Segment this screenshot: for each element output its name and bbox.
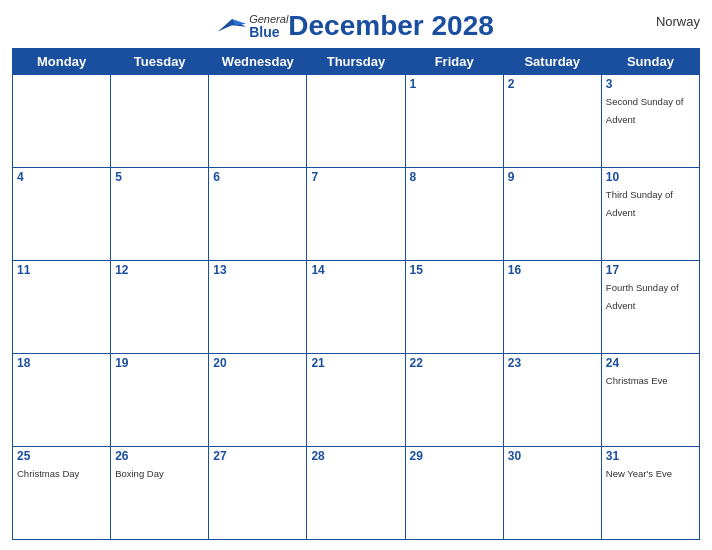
calendar-cell: 12: [111, 261, 209, 354]
calendar-header: MondayTuesdayWednesdayThursdayFridaySatu…: [13, 49, 700, 75]
day-number: 26: [115, 449, 204, 463]
calendar-cell: 18: [13, 354, 111, 447]
day-number: 30: [508, 449, 597, 463]
day-number: 5: [115, 170, 204, 184]
calendar-cell: 5: [111, 168, 209, 261]
day-number: 6: [213, 170, 302, 184]
day-number: 13: [213, 263, 302, 277]
day-number: 23: [508, 356, 597, 370]
calendar-cell: 23: [503, 354, 601, 447]
day-event: Boxing Day: [115, 468, 164, 479]
calendar-cell: 1: [405, 75, 503, 168]
weekday-header-row: MondayTuesdayWednesdayThursdayFridaySatu…: [13, 49, 700, 75]
weekday-header-saturday: Saturday: [503, 49, 601, 75]
calendar-cell: [307, 75, 405, 168]
calendar-cell: 2: [503, 75, 601, 168]
day-number: 15: [410, 263, 499, 277]
calendar-cell: 27: [209, 447, 307, 540]
calendar-cell: 15: [405, 261, 503, 354]
day-number: 7: [311, 170, 400, 184]
weekday-header-friday: Friday: [405, 49, 503, 75]
calendar-body: 123Second Sunday of Advent45678910Third …: [13, 75, 700, 540]
calendar-title: December 2028: [288, 10, 493, 42]
calendar-cell: 14: [307, 261, 405, 354]
general-blue-bird-icon: [218, 17, 246, 35]
day-number: 19: [115, 356, 204, 370]
day-number: 25: [17, 449, 106, 463]
calendar-cell: 21: [307, 354, 405, 447]
page: General Blue December 2028 Norway Monday…: [0, 0, 712, 550]
day-number: 2: [508, 77, 597, 91]
weekday-header-monday: Monday: [13, 49, 111, 75]
svg-marker-0: [218, 19, 246, 31]
calendar-cell: 13: [209, 261, 307, 354]
day-number: 20: [213, 356, 302, 370]
calendar-cell: 25Christmas Day: [13, 447, 111, 540]
calendar-cell: 31New Year's Eve: [601, 447, 699, 540]
weekday-header-tuesday: Tuesday: [111, 49, 209, 75]
day-number: 16: [508, 263, 597, 277]
calendar-cell: 11: [13, 261, 111, 354]
day-event: Second Sunday of Advent: [606, 96, 684, 125]
day-number: 24: [606, 356, 695, 370]
calendar-week-5: 25Christmas Day26Boxing Day2728293031New…: [13, 447, 700, 540]
header: General Blue December 2028 Norway: [12, 10, 700, 42]
calendar-cell: 16: [503, 261, 601, 354]
day-event: Christmas Day: [17, 468, 79, 479]
day-number: 8: [410, 170, 499, 184]
calendar-cell: 30: [503, 447, 601, 540]
day-number: 3: [606, 77, 695, 91]
calendar-cell: 10Third Sunday of Advent: [601, 168, 699, 261]
day-number: 27: [213, 449, 302, 463]
day-number: 31: [606, 449, 695, 463]
day-number: 4: [17, 170, 106, 184]
calendar-cell: 26Boxing Day: [111, 447, 209, 540]
logo-blue-text: Blue: [249, 25, 279, 39]
calendar-cell: 28: [307, 447, 405, 540]
calendar-week-4: 18192021222324Christmas Eve: [13, 354, 700, 447]
weekday-header-wednesday: Wednesday: [209, 49, 307, 75]
country-label: Norway: [656, 14, 700, 29]
calendar-cell: [209, 75, 307, 168]
calendar-cell: 3Second Sunday of Advent: [601, 75, 699, 168]
calendar-table: MondayTuesdayWednesdayThursdayFridaySatu…: [12, 48, 700, 540]
day-number: 1: [410, 77, 499, 91]
day-number: 12: [115, 263, 204, 277]
calendar-cell: 20: [209, 354, 307, 447]
calendar-week-3: 11121314151617Fourth Sunday of Advent: [13, 261, 700, 354]
day-number: 29: [410, 449, 499, 463]
logo: General Blue: [218, 13, 288, 39]
calendar-cell: 6: [209, 168, 307, 261]
calendar-cell: 17Fourth Sunday of Advent: [601, 261, 699, 354]
day-number: 9: [508, 170, 597, 184]
calendar-week-1: 123Second Sunday of Advent: [13, 75, 700, 168]
calendar-cell: [111, 75, 209, 168]
calendar-cell: 7: [307, 168, 405, 261]
calendar-cell: 24Christmas Eve: [601, 354, 699, 447]
day-number: 14: [311, 263, 400, 277]
day-number: 28: [311, 449, 400, 463]
day-event: Christmas Eve: [606, 375, 668, 386]
calendar-cell: 22: [405, 354, 503, 447]
day-number: 11: [17, 263, 106, 277]
calendar-cell: 4: [13, 168, 111, 261]
day-event: Third Sunday of Advent: [606, 189, 673, 218]
weekday-header-sunday: Sunday: [601, 49, 699, 75]
day-number: 18: [17, 356, 106, 370]
calendar-cell: 9: [503, 168, 601, 261]
weekday-header-thursday: Thursday: [307, 49, 405, 75]
logo-text: General Blue: [249, 13, 288, 39]
day-number: 17: [606, 263, 695, 277]
day-event: Fourth Sunday of Advent: [606, 282, 679, 311]
day-number: 10: [606, 170, 695, 184]
calendar-cell: 8: [405, 168, 503, 261]
day-event: New Year's Eve: [606, 468, 672, 479]
calendar-cell: 19: [111, 354, 209, 447]
day-number: 21: [311, 356, 400, 370]
calendar-week-2: 45678910Third Sunday of Advent: [13, 168, 700, 261]
calendar-cell: 29: [405, 447, 503, 540]
day-number: 22: [410, 356, 499, 370]
calendar-cell: [13, 75, 111, 168]
